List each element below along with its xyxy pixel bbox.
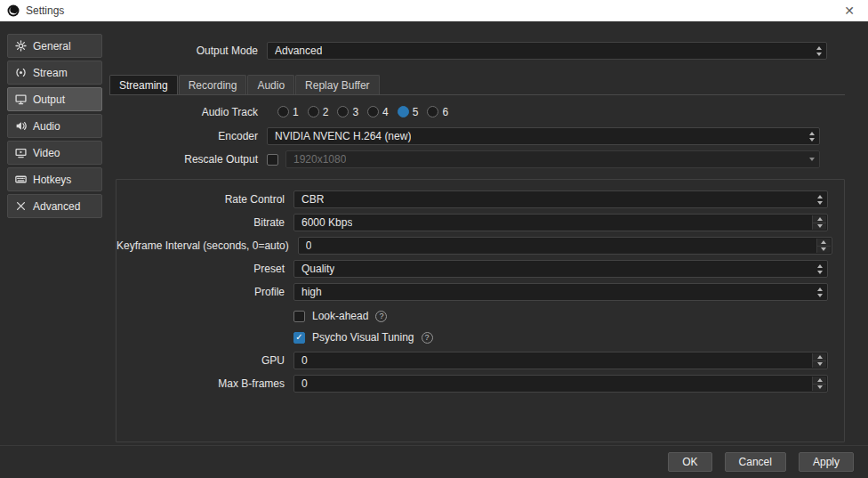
monitor-icon (15, 147, 27, 158)
spin-up-button[interactable] (813, 215, 826, 223)
tab-audio[interactable]: Audio (247, 75, 294, 94)
radio-button-checked (398, 106, 409, 117)
window-title: Settings (26, 4, 64, 17)
audio-track-radio-4[interactable]: 4 (367, 106, 389, 118)
profile-row: Profile high (117, 283, 828, 301)
spin-down-button[interactable] (813, 384, 826, 392)
cancel-button[interactable]: Cancel (725, 452, 786, 472)
apply-button[interactable]: Apply (799, 452, 854, 472)
preset-row: Preset Quality (117, 260, 828, 278)
look-ahead-label: Look-ahead (312, 310, 368, 322)
spin-down-button[interactable] (813, 361, 826, 369)
bitrate-spinbox[interactable]: 6000 Kbps (293, 214, 828, 231)
close-icon[interactable]: ✕ (836, 0, 863, 21)
audio-track-radio-5[interactable]: 5 (398, 106, 419, 118)
profile-label: Profile (117, 286, 293, 298)
sidebar-item-label: Stream (33, 67, 68, 79)
radio-button (277, 106, 289, 117)
broadcast-icon (15, 67, 27, 78)
tab-recording[interactable]: Recording (179, 75, 247, 94)
sidebar-item-output[interactable]: Output (7, 87, 102, 111)
encoder-row: Encoder NVIDIA NVENC H.264 (new) (109, 127, 845, 145)
spin-down-button[interactable] (817, 246, 831, 254)
spinner-buttons (812, 377, 826, 391)
sidebar-item-label: Hotkeys (33, 174, 71, 186)
sidebar-item-hotkeys[interactable]: Hotkeys (7, 167, 102, 191)
gear-icon (15, 40, 27, 52)
max-b-frames-row: Max B-frames 0 (117, 375, 828, 393)
look-ahead-row: Look-ahead ? (293, 310, 828, 322)
ok-button[interactable]: OK (668, 452, 711, 472)
sidebar-item-label: Advanced (33, 200, 80, 213)
combo-arrows-icon (817, 261, 823, 277)
rescale-output-checkbox[interactable] (267, 154, 278, 166)
sidebar-item-audio[interactable]: Audio (7, 114, 102, 138)
rescale-output-row: Rescale Output 1920x1080 (109, 150, 845, 168)
psycho-visual-tuning-label: Psycho Visual Tuning (312, 331, 414, 344)
spinner-buttons (812, 353, 826, 368)
sidebar-item-label: Video (33, 147, 60, 159)
sidebar-item-label: Output (33, 93, 65, 106)
settings-window-body: General Stream Output Audio Video (0, 21, 868, 445)
profile-combobox[interactable]: high (293, 283, 828, 301)
combo-arrows-icon (809, 128, 815, 144)
output-mode-combobox[interactable]: Advanced (267, 42, 827, 60)
sidebar-item-stream[interactable]: Stream (7, 61, 102, 85)
help-icon[interactable]: ? (375, 311, 387, 322)
audio-track-radio-1[interactable]: 1 (277, 106, 299, 118)
gpu-label: GPU (117, 354, 293, 367)
psycho-visual-tuning-checkbox[interactable] (293, 332, 305, 344)
preset-combobox[interactable]: Quality (293, 260, 828, 278)
encoder-combobox[interactable]: NVIDIA NVENC H.264 (new) (267, 127, 820, 145)
combo-arrows-icon (816, 43, 822, 59)
rescale-output-label: Rescale Output (109, 153, 267, 166)
tab-streaming[interactable]: Streaming (109, 75, 178, 94)
rate-control-label: Rate Control (117, 193, 293, 206)
sidebar-item-video[interactable]: Video (7, 141, 102, 165)
titlebar: Settings ✕ (0, 0, 868, 21)
sidebar-item-label: Audio (33, 120, 60, 133)
spinner-buttons (816, 239, 831, 253)
rescale-resolution-value: 1920x1080 (293, 151, 346, 167)
audio-track-radio-3[interactable]: 3 (337, 106, 358, 118)
audio-track-label: Audio Track (109, 106, 267, 118)
spin-up-button[interactable] (813, 377, 826, 384)
display-output-icon (15, 93, 27, 105)
rate-control-combobox[interactable]: CBR (293, 190, 828, 208)
encoder-settings-panel: Rate Control CBR Bitrate 6000 Kbps Keyf (116, 179, 845, 442)
rate-control-row: Rate Control CBR (117, 190, 828, 208)
help-icon[interactable]: ? (422, 332, 433, 344)
keyframe-interval-row: Keyframe Interval (seconds, 0=auto) 0 (117, 237, 828, 255)
encoder-value: NVIDIA NVENC H.264 (new) (275, 128, 411, 144)
radio-button (308, 106, 319, 117)
gpu-row: GPU 0 (117, 352, 828, 369)
spin-up-button[interactable] (813, 353, 826, 361)
output-mode-row: Output Mode Advanced (109, 42, 845, 60)
gpu-spinbox[interactable]: 0 (293, 352, 828, 369)
max-b-frames-label: Max B-frames (117, 377, 293, 390)
keyframe-interval-label: Keyframe Interval (seconds, 0=auto) (117, 239, 298, 252)
audio-track-radio-2[interactable]: 2 (308, 106, 329, 118)
audio-track-row: Audio Track 1 2 3 4 5 6 (109, 105, 845, 118)
tools-icon (15, 200, 27, 212)
spin-up-button[interactable] (817, 239, 831, 246)
output-mode-label: Output Mode (109, 45, 267, 57)
output-settings-page: Output Mode Advanced Streaming Recording… (109, 21, 868, 445)
psycho-visual-tuning-row: Psycho Visual Tuning ? (293, 331, 828, 344)
rescale-resolution-combobox[interactable]: 1920x1080 (285, 150, 820, 168)
spin-down-button[interactable] (813, 223, 826, 231)
radio-button (337, 106, 349, 117)
output-tab-bar: Streaming Recording Audio Replay Buffer (109, 75, 845, 95)
look-ahead-checkbox[interactable] (293, 311, 305, 322)
sidebar-item-general[interactable]: General (7, 34, 102, 58)
spinner-buttons (812, 215, 826, 230)
tab-replay-buffer[interactable]: Replay Buffer (295, 75, 380, 94)
settings-sidebar: General Stream Output Audio Video (0, 21, 109, 445)
speaker-icon (15, 120, 27, 132)
max-b-frames-spinbox[interactable]: 0 (293, 375, 828, 393)
sidebar-item-advanced[interactable]: Advanced (7, 194, 102, 218)
audio-track-radio-group: 1 2 3 4 5 6 (277, 106, 448, 118)
keyframe-interval-spinbox[interactable]: 0 (298, 237, 832, 255)
audio-track-radio-6[interactable]: 6 (427, 106, 448, 118)
radio-button (427, 106, 438, 117)
